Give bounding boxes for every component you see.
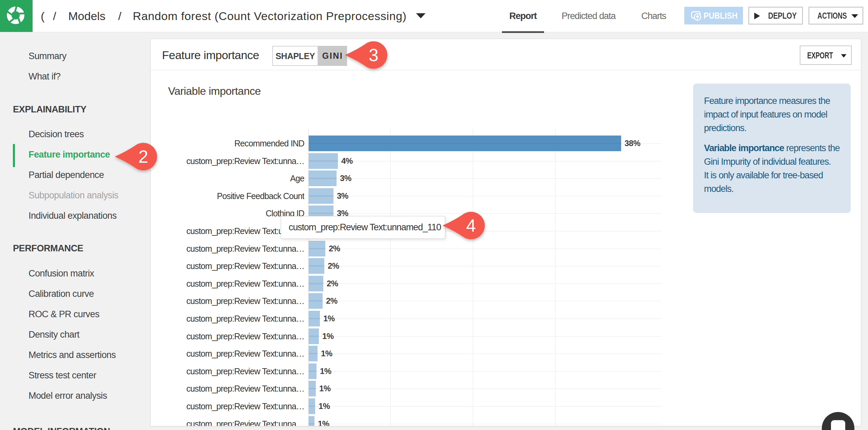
svg-text:4: 4 — [466, 216, 476, 235]
svg-text:2: 2 — [139, 147, 148, 166]
svg-text:3: 3 — [369, 45, 379, 65]
